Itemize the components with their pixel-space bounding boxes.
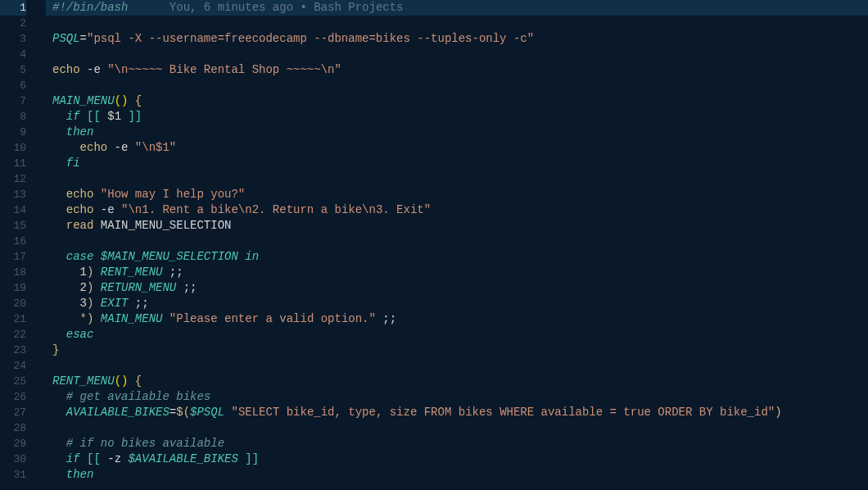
token (93, 312, 100, 325)
code-line[interactable]: 2) RETURN_MENU ;; (46, 280, 868, 296)
code-line[interactable]: read MAIN_MENU_SELECTION (46, 218, 868, 234)
code-area[interactable]: #!/bin/bash You, 6 minutes ago • Bash Pr… (46, 0, 868, 490)
code-line[interactable]: PSQL="psql -X --username=freecodecamp --… (46, 31, 868, 47)
line-number: 17 (0, 249, 26, 265)
code-line[interactable] (46, 16, 868, 31)
token: # get available bikes (66, 390, 210, 403)
line-number: 20 (0, 296, 26, 311)
token: "\n1. Rent a bike\n2. Return a bike\n3. … (121, 203, 431, 216)
token: MAIN_MENU (52, 94, 115, 107)
token: $MAIN_MENU_SELECTION (101, 250, 238, 263)
line-number: 30 (0, 451, 26, 467)
token: esac (66, 328, 94, 341)
token: "How may I help you?" (101, 188, 245, 201)
token: [[ (87, 452, 101, 465)
token (128, 1, 169, 14)
code-editor[interactable]: 1234567891011121314151617181920212223242… (0, 0, 868, 490)
code-line[interactable] (46, 420, 868, 436)
code-line[interactable]: echo -e "\n1. Rent a bike\n2. Return a b… (46, 202, 868, 218)
token: 2 (52, 281, 87, 294)
code-line[interactable] (46, 78, 868, 93)
token: MAIN_MENU_SELECTION (93, 219, 231, 232)
code-line[interactable]: 3) EXIT ;; (46, 296, 868, 311)
token: "\n$1" (135, 141, 176, 154)
code-line[interactable] (46, 47, 868, 62)
line-number: 11 (0, 156, 26, 171)
code-line[interactable]: RENT_MENU() { (46, 374, 868, 389)
line-number: 13 (0, 187, 26, 202)
code-line[interactable]: if [[ -z $AVAILABLE_BIKES ]] (46, 451, 868, 467)
token: echo (80, 141, 108, 154)
code-line[interactable]: echo -e "\n$1" (46, 140, 868, 156)
token (128, 94, 134, 107)
line-number: 8 (0, 109, 26, 125)
code-line[interactable]: } (46, 343, 868, 358)
token: in (245, 250, 259, 263)
code-line[interactable]: echo "How may I help you?" (46, 187, 868, 202)
token: $1 (101, 110, 129, 123)
line-number: 12 (0, 171, 26, 187)
line-number: 1 (0, 0, 26, 16)
token (93, 188, 100, 201)
token: echo (52, 63, 80, 76)
code-line[interactable]: fi (46, 156, 868, 171)
token (52, 141, 80, 154)
line-number: 9 (0, 125, 26, 140)
token: EXIT (101, 297, 129, 310)
code-line[interactable]: *) MAIN_MENU "Please enter a valid optio… (46, 311, 868, 327)
line-number-gutter: 1234567891011121314151617181920212223242… (0, 0, 46, 490)
token: echo (66, 203, 94, 216)
code-line[interactable]: echo -e "\n~~~~~ Bike Rental Shop ~~~~~\… (46, 62, 868, 78)
token (52, 219, 66, 232)
token (52, 312, 80, 325)
token: 3 (52, 297, 87, 310)
token (93, 250, 100, 263)
code-line[interactable]: esac (46, 327, 868, 343)
token (238, 250, 245, 263)
code-line[interactable]: AVAILABLE_BIKES=$($PSQL "SELECT bike_id,… (46, 405, 868, 420)
token: $AVAILABLE_BIKES (128, 452, 237, 465)
code-line[interactable] (46, 234, 868, 249)
line-number: 29 (0, 436, 26, 451)
code-line[interactable]: 1) RENT_MENU ;; (46, 265, 868, 280)
line-number: 4 (0, 47, 26, 62)
token (52, 328, 66, 341)
token (93, 265, 100, 279)
token: ) (775, 406, 781, 419)
token: "SELECT bike_id, type, size FROM bikes W… (231, 406, 775, 419)
token: = (170, 406, 176, 419)
code-line[interactable] (46, 358, 868, 374)
code-line[interactable]: # get available bikes (46, 389, 868, 405)
token: then (66, 125, 94, 138)
token: = (80, 32, 87, 45)
token: "Please enter a valid option." (170, 312, 376, 325)
token: then (66, 468, 94, 481)
token (52, 250, 66, 263)
token (52, 468, 66, 481)
code-line[interactable]: then (46, 467, 868, 483)
token: -z (101, 452, 129, 465)
token: RENT_MENU (101, 265, 163, 279)
token (52, 390, 66, 403)
token: RETURN_MENU (101, 281, 176, 294)
line-number: 24 (0, 358, 26, 374)
token: { (135, 94, 142, 107)
token (52, 203, 66, 216)
line-number: 26 (0, 389, 26, 405)
code-line[interactable]: case $MAIN_MENU_SELECTION in (46, 249, 868, 265)
code-line[interactable]: then (46, 125, 868, 140)
token: fi (66, 157, 80, 170)
token: { (135, 374, 142, 388)
token: ;; (176, 281, 197, 294)
line-number: 7 (0, 93, 26, 109)
code-line[interactable]: #!/bin/bash You, 6 minutes ago • Bash Pr… (46, 0, 868, 16)
code-line[interactable] (46, 171, 868, 187)
token: ]] (128, 110, 142, 123)
code-line[interactable]: # if no bikes available (46, 436, 868, 451)
token: *) (80, 312, 94, 325)
token (52, 406, 66, 419)
token (93, 297, 100, 310)
code-line[interactable]: if [[ $1 ]] (46, 109, 868, 125)
code-line[interactable]: MAIN_MENU() { (46, 93, 868, 109)
token (80, 110, 87, 123)
